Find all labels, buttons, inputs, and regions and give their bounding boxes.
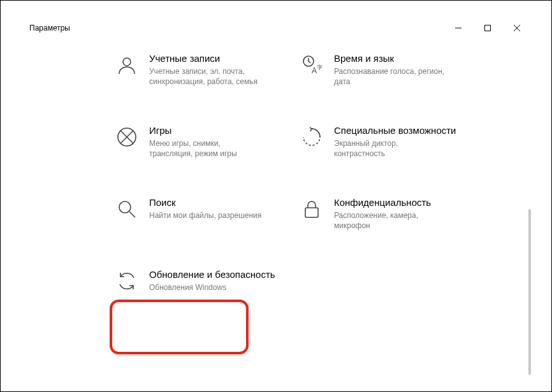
search-icon <box>116 198 138 220</box>
tile-title: Учетные записи <box>149 53 264 65</box>
tile-accounts[interactable]: Учетные записи Учетные записи, эл. почта… <box>116 53 288 87</box>
accounts-icon <box>116 54 138 76</box>
tile-title: Конфиденциальность <box>334 197 449 209</box>
scrollbar[interactable] <box>528 209 531 375</box>
tile-time-language[interactable]: A字 Время и язык Распознавание голоса, ре… <box>301 53 473 87</box>
screenshot-frame: Параметры Уче <box>0 0 552 392</box>
privacy-icon <box>301 198 323 220</box>
tile-update-security[interactable]: Обновление и безопасность Обновления Win… <box>116 269 288 293</box>
time-language-icon: A字 <box>301 54 323 76</box>
maximize-button[interactable] <box>473 18 502 38</box>
close-button[interactable] <box>502 18 532 38</box>
tile-ease-of-access[interactable]: Специальные возможности Экранный диктор,… <box>301 125 473 159</box>
tile-desc: Расположение, камера, микрофон <box>334 210 449 231</box>
svg-text:字: 字 <box>317 64 323 71</box>
settings-grid-area: Учетные записи Учетные записи, эл. почта… <box>116 53 532 374</box>
tile-search[interactable]: Поиск Найти мои файлы, разрешения <box>116 197 288 231</box>
tile-desc: Обновления Windows <box>149 282 264 293</box>
tile-title: Обновление и безопасность <box>149 269 275 281</box>
tile-desc: Найти мои файлы, разрешения <box>149 210 261 221</box>
svg-text:A: A <box>312 66 317 75</box>
tile-title: Поиск <box>149 197 261 209</box>
tile-gaming[interactable]: Игры Меню игры, снимки, трансляция, режи… <box>116 125 288 159</box>
tile-desc: Учетные записи, эл. почта, синхронизация… <box>149 66 264 87</box>
title-bar: Параметры <box>20 18 532 38</box>
svg-rect-13 <box>305 208 318 217</box>
settings-grid: Учетные записи Учетные записи, эл. почта… <box>116 53 532 293</box>
svg-rect-1 <box>485 25 491 31</box>
tile-title: Время и язык <box>334 53 449 65</box>
tile-title: Игры <box>149 125 264 137</box>
minimize-button[interactable] <box>444 18 473 38</box>
svg-point-4 <box>123 58 131 66</box>
gaming-icon <box>116 126 138 148</box>
svg-line-12 <box>129 212 135 217</box>
ease-of-access-icon <box>301 126 323 148</box>
window-controls <box>444 18 532 38</box>
tile-desc: Меню игры, снимки, трансляция, режим игр… <box>149 138 264 159</box>
tile-privacy[interactable]: Конфиденциальность Расположение, камера,… <box>301 197 473 231</box>
tile-desc: Экранный диктор, контрастность <box>334 138 449 159</box>
window-title: Параметры <box>29 24 70 33</box>
tile-title: Специальные возможности <box>334 125 456 137</box>
svg-point-11 <box>119 201 131 213</box>
update-icon <box>116 270 138 292</box>
settings-window: Параметры Уче <box>20 18 532 374</box>
tile-desc: Распознавание голоса, регион, дата <box>334 66 449 87</box>
